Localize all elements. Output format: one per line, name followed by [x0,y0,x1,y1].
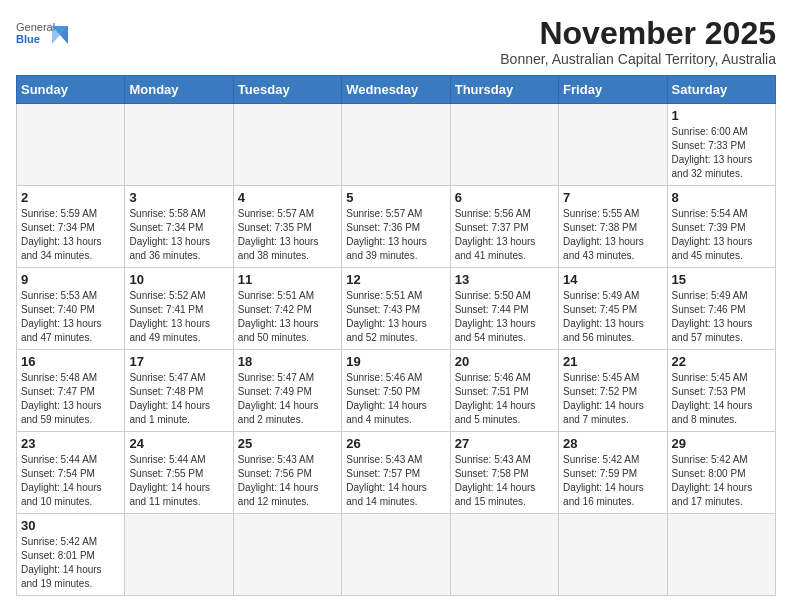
day-number: 7 [563,190,662,205]
calendar-cell [342,104,450,186]
calendar-cell: 23Sunrise: 5:44 AM Sunset: 7:54 PM Dayli… [17,432,125,514]
weekday-header: Tuesday [233,76,341,104]
day-number: 11 [238,272,337,287]
calendar-cell: 2Sunrise: 5:59 AM Sunset: 7:34 PM Daylig… [17,186,125,268]
calendar-cell: 27Sunrise: 5:43 AM Sunset: 7:58 PM Dayli… [450,432,558,514]
calendar-cell: 24Sunrise: 5:44 AM Sunset: 7:55 PM Dayli… [125,432,233,514]
calendar-cell [125,514,233,596]
calendar-cell: 8Sunrise: 5:54 AM Sunset: 7:39 PM Daylig… [667,186,775,268]
calendar-week-row: 16Sunrise: 5:48 AM Sunset: 7:47 PM Dayli… [17,350,776,432]
calendar-cell [450,514,558,596]
calendar-cell: 1Sunrise: 6:00 AM Sunset: 7:33 PM Daylig… [667,104,775,186]
day-number: 28 [563,436,662,451]
weekday-header: Monday [125,76,233,104]
day-info: Sunrise: 5:47 AM Sunset: 7:49 PM Dayligh… [238,371,337,427]
calendar-week-row: 2Sunrise: 5:59 AM Sunset: 7:34 PM Daylig… [17,186,776,268]
day-info: Sunrise: 5:49 AM Sunset: 7:46 PM Dayligh… [672,289,771,345]
day-number: 9 [21,272,120,287]
weekday-header: Thursday [450,76,558,104]
day-number: 26 [346,436,445,451]
title-area: November 2025 Bonner, Australian Capital… [500,16,776,67]
day-number: 13 [455,272,554,287]
calendar-week-row: 1Sunrise: 6:00 AM Sunset: 7:33 PM Daylig… [17,104,776,186]
calendar-cell: 19Sunrise: 5:46 AM Sunset: 7:50 PM Dayli… [342,350,450,432]
day-number: 23 [21,436,120,451]
day-info: Sunrise: 5:51 AM Sunset: 7:43 PM Dayligh… [346,289,445,345]
day-number: 14 [563,272,662,287]
weekday-header: Saturday [667,76,775,104]
calendar-cell [17,104,125,186]
day-info: Sunrise: 5:54 AM Sunset: 7:39 PM Dayligh… [672,207,771,263]
day-info: Sunrise: 5:53 AM Sunset: 7:40 PM Dayligh… [21,289,120,345]
svg-text:Blue: Blue [16,33,40,45]
calendar-cell: 15Sunrise: 5:49 AM Sunset: 7:46 PM Dayli… [667,268,775,350]
weekday-header: Wednesday [342,76,450,104]
calendar-cell: 29Sunrise: 5:42 AM Sunset: 8:00 PM Dayli… [667,432,775,514]
day-info: Sunrise: 5:42 AM Sunset: 7:59 PM Dayligh… [563,453,662,509]
calendar-cell [450,104,558,186]
calendar-table: SundayMondayTuesdayWednesdayThursdayFrid… [16,75,776,596]
day-number: 10 [129,272,228,287]
calendar-cell [125,104,233,186]
day-info: Sunrise: 5:46 AM Sunset: 7:51 PM Dayligh… [455,371,554,427]
day-number: 15 [672,272,771,287]
calendar-cell: 12Sunrise: 5:51 AM Sunset: 7:43 PM Dayli… [342,268,450,350]
calendar-cell: 6Sunrise: 5:56 AM Sunset: 7:37 PM Daylig… [450,186,558,268]
calendar-cell: 9Sunrise: 5:53 AM Sunset: 7:40 PM Daylig… [17,268,125,350]
day-info: Sunrise: 5:42 AM Sunset: 8:01 PM Dayligh… [21,535,120,591]
day-info: Sunrise: 5:43 AM Sunset: 7:58 PM Dayligh… [455,453,554,509]
svg-text:General: General [16,21,55,33]
calendar-cell: 25Sunrise: 5:43 AM Sunset: 7:56 PM Dayli… [233,432,341,514]
day-number: 16 [21,354,120,369]
weekday-header: Friday [559,76,667,104]
calendar-cell: 7Sunrise: 5:55 AM Sunset: 7:38 PM Daylig… [559,186,667,268]
calendar-cell [342,514,450,596]
page-header: General Blue November 2025 Bonner, Austr… [16,16,776,67]
day-number: 19 [346,354,445,369]
calendar-cell [233,514,341,596]
calendar-cell [233,104,341,186]
weekday-header: Sunday [17,76,125,104]
subtitle: Bonner, Australian Capital Territory, Au… [500,51,776,67]
day-number: 8 [672,190,771,205]
calendar-cell: 20Sunrise: 5:46 AM Sunset: 7:51 PM Dayli… [450,350,558,432]
logo: General Blue [16,16,68,56]
day-number: 4 [238,190,337,205]
day-number: 12 [346,272,445,287]
day-info: Sunrise: 5:59 AM Sunset: 7:34 PM Dayligh… [21,207,120,263]
day-number: 25 [238,436,337,451]
calendar-cell: 30Sunrise: 5:42 AM Sunset: 8:01 PM Dayli… [17,514,125,596]
calendar-cell: 14Sunrise: 5:49 AM Sunset: 7:45 PM Dayli… [559,268,667,350]
day-info: Sunrise: 5:52 AM Sunset: 7:41 PM Dayligh… [129,289,228,345]
day-info: Sunrise: 5:44 AM Sunset: 7:54 PM Dayligh… [21,453,120,509]
day-number: 20 [455,354,554,369]
calendar-cell: 3Sunrise: 5:58 AM Sunset: 7:34 PM Daylig… [125,186,233,268]
calendar-cell: 21Sunrise: 5:45 AM Sunset: 7:52 PM Dayli… [559,350,667,432]
day-number: 29 [672,436,771,451]
day-info: Sunrise: 5:45 AM Sunset: 7:52 PM Dayligh… [563,371,662,427]
day-number: 18 [238,354,337,369]
day-info: Sunrise: 5:47 AM Sunset: 7:48 PM Dayligh… [129,371,228,427]
day-info: Sunrise: 5:48 AM Sunset: 7:47 PM Dayligh… [21,371,120,427]
day-number: 2 [21,190,120,205]
calendar-week-row: 9Sunrise: 5:53 AM Sunset: 7:40 PM Daylig… [17,268,776,350]
day-number: 27 [455,436,554,451]
day-number: 3 [129,190,228,205]
day-number: 30 [21,518,120,533]
calendar-cell: 18Sunrise: 5:47 AM Sunset: 7:49 PM Dayli… [233,350,341,432]
day-info: Sunrise: 5:57 AM Sunset: 7:36 PM Dayligh… [346,207,445,263]
calendar-cell: 22Sunrise: 5:45 AM Sunset: 7:53 PM Dayli… [667,350,775,432]
calendar-cell [559,514,667,596]
day-info: Sunrise: 5:45 AM Sunset: 7:53 PM Dayligh… [672,371,771,427]
day-info: Sunrise: 5:50 AM Sunset: 7:44 PM Dayligh… [455,289,554,345]
calendar-cell: 4Sunrise: 5:57 AM Sunset: 7:35 PM Daylig… [233,186,341,268]
calendar-cell: 5Sunrise: 5:57 AM Sunset: 7:36 PM Daylig… [342,186,450,268]
day-number: 21 [563,354,662,369]
day-number: 1 [672,108,771,123]
calendar-cell [559,104,667,186]
day-number: 5 [346,190,445,205]
day-info: Sunrise: 5:43 AM Sunset: 7:57 PM Dayligh… [346,453,445,509]
day-number: 22 [672,354,771,369]
day-info: Sunrise: 5:51 AM Sunset: 7:42 PM Dayligh… [238,289,337,345]
day-number: 6 [455,190,554,205]
